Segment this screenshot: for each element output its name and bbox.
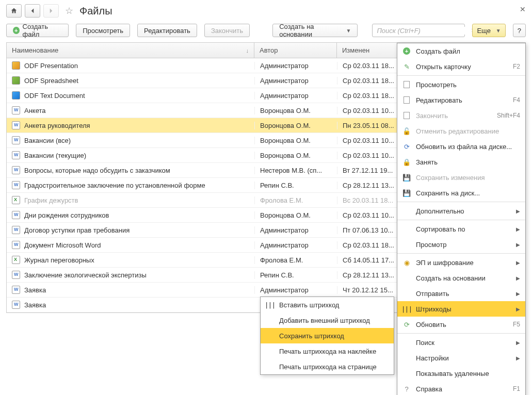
menu-item[interactable]: 🔓Отменить редактирование: [397, 123, 525, 139]
file-author: Администратор: [254, 62, 337, 70]
search-input[interactable]: [373, 27, 468, 35]
file-name: Анкета: [24, 107, 46, 114]
home-button[interactable]: [6, 4, 22, 18]
menu-label: Штрихкоды: [416, 305, 511, 313]
page-title: Файлы: [79, 5, 112, 17]
menu-label: Открыть карточку: [416, 63, 508, 71]
file-author: Администратор: [254, 92, 337, 100]
menu-item[interactable]: Отправить▶: [397, 286, 525, 301]
file-name: Градостроительное заключение по установл…: [24, 182, 205, 189]
file-author: Воронцова О.М.: [254, 107, 337, 114]
submenu-item[interactable]: |||Вставить штрихкод: [261, 297, 394, 312]
view-button[interactable]: Просмотреть: [76, 24, 130, 37]
favorite-icon[interactable]: ☆: [65, 5, 73, 17]
chevron-down-icon: ▼: [496, 28, 501, 34]
menu-item[interactable]: Показывать удаленные: [397, 366, 525, 381]
menu-item[interactable]: РедактироватьF4: [397, 92, 525, 108]
menu-item[interactable]: ◉ЭП и шифрование▶: [397, 255, 525, 270]
menu-item[interactable]: Сортировать по▶: [397, 221, 525, 237]
menu-label: Просмотр: [416, 241, 511, 249]
menu-label: Сортировать по: [416, 225, 511, 233]
menu-label: Просмотреть: [416, 81, 520, 89]
menu-icon: [402, 274, 411, 282]
menu-label: Создать на основании: [416, 274, 511, 282]
menu-icon: 🔓: [402, 127, 411, 135]
menu-item[interactable]: Просмотреть: [397, 77, 525, 92]
file-name: Договор уступки прав требования: [24, 226, 130, 234]
file-icon: [12, 181, 20, 189]
chevron-right-icon: ▶: [516, 208, 520, 214]
menu-icon: [402, 338, 411, 347]
file-name: Вопросы, которые надо обсудить с заказчи…: [24, 167, 170, 174]
close-button[interactable]: ✕: [520, 5, 526, 13]
menu-label: Сохранить штрихкод: [279, 332, 389, 340]
menu-shortcut: F2: [513, 63, 520, 70]
menu-item[interactable]: ✎Открыть карточкуF2: [397, 59, 525, 74]
menu-icon: [402, 111, 411, 120]
menu-item[interactable]: Поиск▶: [397, 335, 525, 350]
menu-item[interactable]: ⟳ОбновитьF5: [397, 317, 525, 332]
file-author: Фролова Е.М.: [254, 196, 337, 204]
back-button[interactable]: [25, 4, 40, 18]
file-name: Анкета руководителя: [24, 122, 90, 129]
menu-item[interactable]: 🔒Занять: [397, 154, 525, 170]
file-name: Заявка: [24, 301, 46, 309]
file-icon: [12, 136, 20, 144]
forward-button[interactable]: [43, 4, 59, 18]
chevron-right-icon: ▶: [516, 275, 520, 281]
edit-button[interactable]: Редактировать: [137, 24, 197, 37]
menu-icon: |||: [266, 301, 274, 309]
file-author: Воронцова О.М.: [254, 137, 337, 144]
file-name: ODF Presentation: [24, 62, 78, 70]
menu-item[interactable]: Дополнительно▶: [397, 203, 525, 219]
submenu-item[interactable]: Добавить внешний штрихкод: [261, 312, 394, 328]
submenu-item[interactable]: Печать штрихкода на странице: [261, 359, 394, 374]
file-icon: [12, 226, 20, 234]
file-name: Заключение экологической экспертизы: [24, 271, 147, 279]
menu-icon: 💾: [402, 189, 411, 197]
menu-icon: [402, 207, 411, 215]
submenu-item[interactable]: Печать штрихкода на наклейке: [261, 343, 394, 359]
menu-item[interactable]: Настройки▶: [397, 350, 525, 366]
menu-item[interactable]: Просмотр▶: [397, 237, 525, 252]
file-author: Администратор: [254, 241, 337, 249]
chevron-down-icon: ▼: [346, 28, 351, 34]
chevron-right-icon: ▶: [516, 260, 520, 266]
menu-item[interactable]: ?СправкаF1: [397, 381, 525, 395]
file-author: Фролова Е.М.: [254, 256, 337, 264]
file-author: Администратор: [254, 286, 337, 294]
more-button[interactable]: Еще▼: [472, 24, 505, 37]
file-icon: [12, 196, 20, 204]
submenu-item[interactable]: Сохранить штрихкод: [261, 328, 394, 343]
menu-icon: [402, 369, 411, 377]
menu-label: Отправить: [416, 290, 511, 298]
finish-button[interactable]: Закончить: [204, 24, 250, 37]
menu-item[interactable]: ⟳Обновить из файла на диске...: [397, 139, 525, 154]
help-button[interactable]: ?: [513, 24, 526, 37]
menu-label: Поиск: [416, 339, 511, 347]
menu-icon: [266, 316, 274, 324]
menu-label: Сохранить на диск...: [416, 189, 520, 197]
menu-icon: [402, 240, 411, 249]
menu-label: Дополнительно: [416, 207, 511, 215]
menu-label: Добавить внешний штрихкод: [279, 317, 389, 324]
menu-label: Печать штрихкода на наклейке: [279, 348, 389, 355]
menu-label: Вставить штрихкод: [279, 301, 389, 309]
column-author[interactable]: Автор: [254, 43, 337, 58]
menu-icon: |||: [402, 305, 411, 313]
menu-icon: +: [402, 47, 411, 55]
menu-item[interactable]: ЗакончитьShift+F4: [397, 108, 525, 123]
file-name: Вакансии (все): [24, 137, 71, 144]
menu-label: Показывать удаленные: [416, 370, 520, 377]
column-name[interactable]: Наименование↓: [7, 43, 254, 58]
chevron-right-icon: ▶: [516, 242, 520, 248]
menu-item[interactable]: +Создать файл: [397, 43, 525, 59]
menu-item[interactable]: 💾Сохранить на диск...: [397, 185, 525, 201]
menu-icon: ⟳: [402, 142, 411, 151]
menu-item[interactable]: Создать на основании▶: [397, 270, 525, 286]
create-file-button[interactable]: +Создать файл: [6, 24, 69, 37]
menu-item[interactable]: 💾Сохранить изменения: [397, 170, 525, 185]
menu-item[interactable]: |||Штрихкоды▶: [397, 301, 525, 317]
menu-label: Редактировать: [416, 96, 508, 104]
create-based-button[interactable]: Создать на основании▼: [272, 24, 358, 37]
